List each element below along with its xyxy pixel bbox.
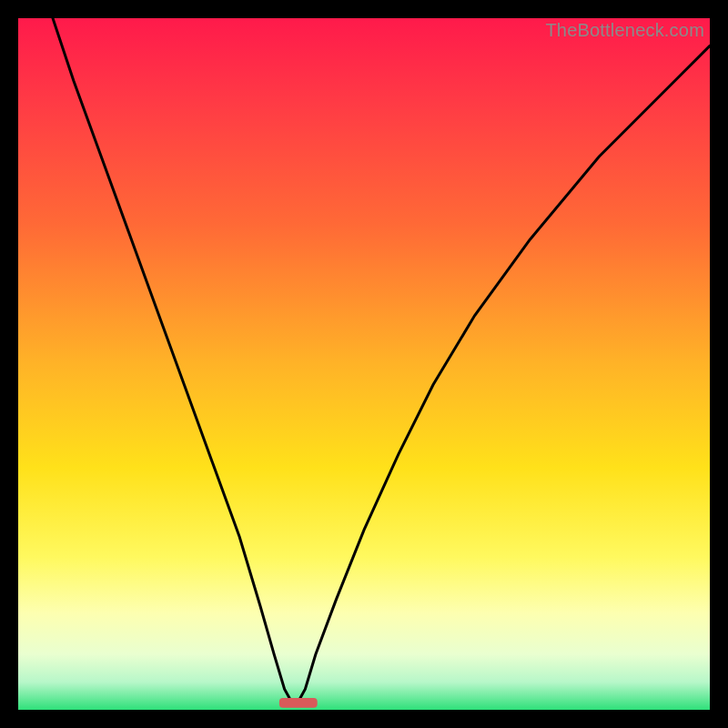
bottleneck-marker: [279, 698, 318, 708]
watermark-label: TheBottleneck.com: [545, 20, 704, 41]
gradient-background: [18, 18, 710, 710]
chart-frame: TheBottleneck.com: [18, 18, 710, 710]
bottleneck-chart: [18, 18, 710, 710]
